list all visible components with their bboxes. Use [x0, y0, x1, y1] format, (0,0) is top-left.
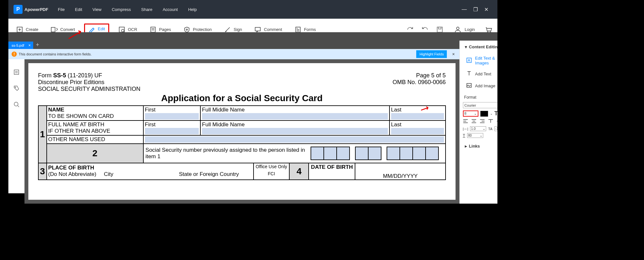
menu-edit[interactable]: Edit [75, 7, 82, 12]
svg-rect-21 [14, 70, 19, 74]
ssn-box[interactable] [425, 147, 439, 160]
font-color-swatch[interactable] [480, 111, 488, 117]
font-family-select[interactable]: Courier⌄ [463, 102, 497, 108]
links-header[interactable]: ▸ Links [460, 140, 497, 152]
svg-rect-3 [51, 27, 55, 32]
format-header: Format [460, 92, 497, 101]
add-image-button[interactable]: Add Image [460, 80, 497, 92]
birth-middle-field[interactable] [202, 128, 388, 134]
search-icon[interactable] [13, 101, 20, 109]
thumbnails-icon[interactable] [13, 69, 20, 77]
abbrev-note: (Do Not Abbreviate) [48, 171, 96, 177]
middle-label: Full Middle Name [202, 107, 245, 113]
other-names-field[interactable] [145, 136, 444, 143]
office-use-label: Office Use Only [256, 164, 287, 169]
add-image-icon [466, 82, 472, 89]
minimize-button[interactable]: — [462, 6, 467, 13]
name-label: NAME [48, 107, 64, 113]
color-dropdown-icon[interactable]: ⌄ [490, 112, 493, 115]
titlebar: P ApowerPDF File Edit View Compress Shar… [8, 0, 497, 19]
middle-name-field[interactable] [202, 113, 388, 120]
section-1-number: 1 [38, 106, 47, 163]
content-editing-header[interactable]: ▾ Content Editing [460, 41, 497, 53]
align-top-icon[interactable] [488, 119, 493, 124]
ssn-box[interactable] [311, 147, 324, 160]
chevron-right-icon: ▸ [465, 144, 467, 149]
section-2-number: 2 [47, 144, 143, 163]
svg-rect-7 [151, 27, 155, 32]
maximize-button[interactable]: ❐ [473, 6, 478, 13]
close-button[interactable]: ✕ [484, 6, 488, 13]
font-size-select[interactable]: 8⌄ [463, 111, 478, 117]
line-spacing-input[interactable]: 1.0⌄ [470, 126, 486, 131]
state-label: State or Foreign Country [179, 171, 239, 178]
align-center-icon[interactable] [471, 119, 476, 124]
first-name-field[interactable] [145, 113, 199, 120]
first-label-2: First [145, 121, 156, 128]
ssn-box[interactable] [355, 147, 369, 160]
section-3-number: 3 [38, 163, 47, 180]
highlight-fields-button[interactable]: Highlight Fields [416, 50, 447, 58]
menu-file[interactable]: File [58, 7, 65, 12]
line-spacing-icon: |↔| [463, 127, 468, 131]
page-number: Page 5 of 5 [392, 72, 446, 79]
close-tab-icon[interactable]: × [28, 43, 31, 48]
ssn-box[interactable] [323, 147, 337, 160]
tab-strip: ss-5.pdf × + [8, 41, 459, 49]
discontinue-text: Discontinue Prior Editions [38, 79, 140, 86]
svg-rect-16 [437, 27, 442, 32]
bold-button[interactable]: T [495, 110, 497, 117]
middle-label-2: Full Middle Name [202, 121, 245, 128]
scale-input[interactable]: 80⌄ [467, 133, 483, 138]
svg-point-25 [14, 102, 18, 106]
if-other-label: IF OTHER THAN ABOVE [48, 128, 110, 134]
document-viewport[interactable]: Form SS-5 (11-2019) UF Discontinue Prior… [24, 59, 459, 204]
app-logo: P [14, 5, 23, 14]
menu-help[interactable]: Help [188, 7, 197, 12]
edit-text-images-button[interactable]: A Edit Text & Images [460, 53, 497, 68]
menu-share[interactable]: Share [141, 7, 152, 12]
last-name-field[interactable] [391, 113, 444, 120]
svg-rect-11 [255, 27, 260, 31]
menu-compress[interactable]: Compress [112, 7, 131, 12]
char-spacing-icon: TA [488, 127, 492, 131]
tab-label: ss-5.pdf [12, 43, 24, 47]
add-text-button[interactable]: Add Text [460, 68, 497, 80]
full-birth-label: FULL NAME AT BIRTH [48, 121, 104, 128]
edit-text-icon: A [466, 57, 472, 64]
svg-rect-17 [438, 27, 441, 29]
add-text-icon [466, 71, 472, 77]
align-right-icon[interactable] [480, 119, 485, 124]
ssn-box[interactable] [399, 147, 413, 160]
ssn-box[interactable] [412, 147, 426, 160]
birth-first-field[interactable] [145, 128, 199, 134]
tag-icon[interactable] [13, 85, 20, 93]
notification-text: This document contains interactive form … [19, 52, 91, 56]
section-4-number: 4 [289, 163, 308, 179]
tab-strip [8, 32, 497, 41]
svg-point-24 [15, 87, 16, 88]
date-birth-label: DATE OF BIRTH [311, 164, 353, 170]
document-tab[interactable]: ss-5.pdf × [8, 42, 33, 49]
form-id: Form SS-5 (11-2019) UF [38, 72, 140, 79]
menu-account[interactable]: Account [163, 7, 178, 12]
close-notification-icon[interactable]: × [451, 52, 456, 57]
form-title: Application for a Social Security Card [38, 93, 446, 103]
birth-last-field[interactable] [391, 128, 444, 134]
ssn-box[interactable] [336, 147, 350, 160]
last-label-2: Last [391, 121, 401, 128]
ssn-box[interactable] [387, 147, 400, 160]
main-menu: File Edit View Compress Share Account He… [58, 7, 197, 12]
window-controls: — ❐ ✕ [462, 6, 495, 13]
svg-text:A: A [468, 58, 470, 62]
align-middle-icon[interactable] [496, 119, 497, 124]
menu-view[interactable]: View [92, 7, 101, 12]
ssn-instruction: Social Security number previously assign… [144, 145, 311, 162]
char-spacing-input[interactable]: -1.00⌄ [495, 126, 497, 131]
align-left-icon[interactable] [463, 119, 468, 124]
right-panel: ▾ Content Editing A Edit Text & Images A… [459, 41, 497, 204]
chevron-down-icon: ▾ [465, 44, 467, 49]
new-tab-button[interactable]: + [36, 42, 39, 48]
ssn-box[interactable] [368, 147, 381, 160]
form-table: 1 NAMETO BE SHOWN ON CARD First Full Mid… [38, 105, 446, 180]
